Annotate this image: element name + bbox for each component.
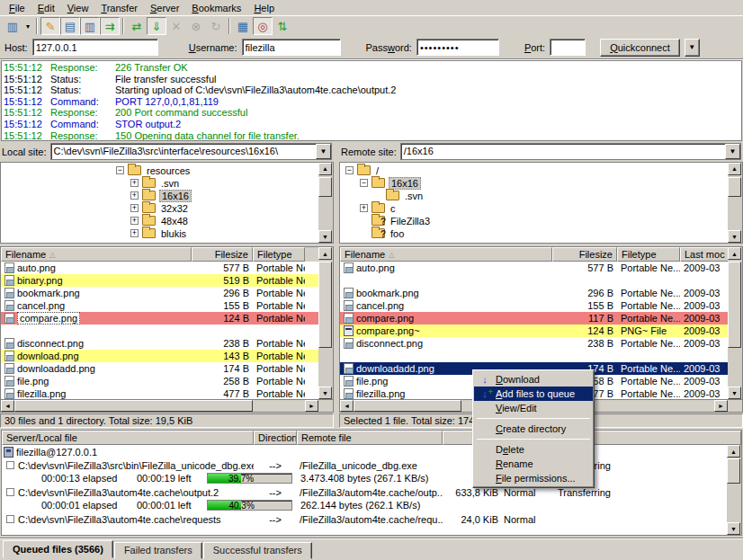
vertical-scrollbar[interactable]: ▲▼	[318, 163, 333, 243]
tab-successful-transfers[interactable]: Successful transfers	[203, 542, 312, 559]
column-header-filename[interactable]: Filename△	[1, 247, 192, 262]
vertical-scrollbar[interactable]: ▲▼	[318, 247, 333, 399]
menu-file[interactable]: File	[3, 2, 31, 14]
file-row-compare-png[interactable]: compare.png~124 BPNG~ File2009-03	[340, 324, 742, 337]
quickconnect-button[interactable]: Quickconnect	[600, 39, 680, 57]
scroll-left-button[interactable]: ◄	[1, 400, 14, 412]
column-header-filesize[interactable]: Filesize	[552, 247, 617, 262]
file-row-bookmark-png[interactable]: bookmark.png296 BPortable Netwo	[1, 287, 333, 299]
scroll-thumb[interactable]	[728, 262, 741, 348]
toggle-remote-tree-button[interactable]: ▥	[80, 17, 100, 35]
expander-icon[interactable]: +	[130, 217, 139, 225]
username-input[interactable]	[242, 39, 341, 56]
context-menu-file-permissions[interactable]: File permissions...	[474, 471, 593, 485]
file-row-disconnect-png[interactable]: disconnect.png238 BPortable Ne...2009-03	[340, 337, 742, 350]
process-queue-button[interactable]: ⇓	[147, 17, 166, 35]
scroll-up-button[interactable]: ▲	[318, 247, 332, 260]
queue-item-checkbox[interactable]	[6, 488, 14, 496]
column-header-filetype[interactable]: Filetype	[253, 247, 305, 262]
expander-icon[interactable]: +	[130, 204, 139, 212]
tree-item-16x16[interactable]: −16x16	[340, 177, 742, 190]
toggle-queue-button[interactable]: ⇉	[100, 17, 120, 35]
context-menu-create-directory[interactable]: Create directory	[474, 422, 593, 436]
context-menu-view-edit[interactable]: View/Edit	[474, 401, 593, 415]
expander-icon[interactable]: +	[130, 191, 139, 200]
tab-queued-files-3566[interactable]: Queued files (3566)	[3, 540, 113, 558]
scroll-up-button[interactable]: ▲	[728, 163, 741, 175]
file-row-downloadadd-png[interactable]: downloadadd.png174 BPortable Netwo	[1, 362, 333, 375]
queue-column-header-remote-file[interactable]: Remote file	[297, 431, 443, 445]
local-path-combo[interactable]: C:\dev\svn\FileZilla3\src\interface\reso…	[50, 143, 332, 160]
password-input[interactable]	[416, 39, 499, 56]
remote-path-combo[interactable]: /16x16 ▼	[400, 143, 741, 160]
scroll-up-button[interactable]: ▲	[727, 445, 740, 458]
scroll-up-button[interactable]: ▲	[728, 247, 741, 260]
context-menu-add-files-to-queue[interactable]: ↓+Add files to queue	[474, 387, 593, 401]
expander-icon[interactable]: +	[130, 179, 139, 187]
menu-edit[interactable]: Edit	[31, 2, 61, 14]
menu-transfer[interactable]: Transfer	[94, 2, 144, 14]
scroll-up-button[interactable]: ▲	[318, 163, 332, 175]
tree-item-blukis[interactable]: +blukis	[1, 227, 333, 240]
menu-view[interactable]: View	[61, 2, 95, 14]
site-manager-dropdown-button[interactable]: ▾	[22, 17, 33, 35]
file-row-compare-png[interactable]: compare.png124 BPortable Netwo	[1, 312, 333, 324]
queue-row[interactable]: C:\dev\svn\FileZilla3\autom4te.cache\req…	[2, 512, 741, 526]
toggle-local-tree-button[interactable]: ▤	[60, 17, 80, 35]
file-row-filezilla-png[interactable]: filezilla.png477 BPortable Netwo	[1, 387, 333, 399]
file-row-compare-png[interactable]: compare.png117 BPortable Ne...2009-03	[340, 312, 742, 324]
horizontal-scrollbar[interactable]: ◄►	[1, 399, 333, 412]
scroll-down-button[interactable]: ▼	[728, 230, 741, 243]
tree-item-32x32[interactable]: +32x32	[1, 202, 333, 215]
toggle-message-log-button[interactable]: ✎	[40, 17, 60, 35]
scroll-down-button[interactable]: ▼	[318, 387, 332, 399]
vertical-scrollbar[interactable]: ▲▼	[728, 163, 742, 243]
file-row-auto-png[interactable]: auto.png577 BPortable Ne...2009-03	[340, 262, 742, 274]
port-input[interactable]	[550, 39, 586, 56]
file-row-cancel-png[interactable]: cancel.png155 BPortable Netwo	[1, 299, 333, 312]
local-path-dropdown-button[interactable]: ▼	[316, 144, 331, 159]
tree-item-16x16[interactable]: +16x16	[1, 190, 333, 202]
queue-item-checkbox[interactable]	[6, 515, 14, 523]
tree-item-svn[interactable]: .svn	[340, 190, 742, 202]
tree-item-c[interactable]: +c	[340, 202, 742, 215]
comparison-button[interactable]: ◎	[253, 17, 273, 35]
column-header-filename[interactable]: Filename△	[340, 247, 552, 262]
file-row-bookmark-png[interactable]: bookmark.png296 BPortable Ne...2009-03	[340, 287, 742, 299]
expander-icon[interactable]: −	[345, 166, 354, 174]
scroll-thumb[interactable]	[318, 262, 332, 348]
vertical-scrollbar[interactable]: ▲▼	[728, 247, 742, 399]
queue-row[interactable]: C:\dev\svn\FileZilla3\autom4te.cache\out…	[2, 485, 741, 499]
scroll-left-button[interactable]: ◄	[340, 400, 354, 412]
scroll-right-button[interactable]: ►	[714, 400, 728, 412]
queue-progress-row[interactable]: 00:00:13 elapsed00:00:19 left39.7%3.473.…	[2, 472, 741, 485]
queue-progress-row[interactable]: 00:00:01 elapsed00:00:01 left40.3%262.14…	[2, 499, 741, 512]
queue-row[interactable]: C:\dev\svn\FileZilla3\src\bin\FileZilla_…	[2, 458, 741, 472]
scroll-thumb[interactable]	[14, 400, 253, 412]
queue-column-header-server-local-file[interactable]: Server/Local file	[2, 431, 254, 445]
scroll-thumb[interactable]	[727, 458, 740, 484]
scroll-thumb[interactable]	[354, 400, 461, 412]
tree-item-foo[interactable]: ?foo	[340, 227, 742, 240]
file-row-auto-png[interactable]: auto.png577 BPortable Netwo	[1, 262, 333, 274]
scroll-thumb[interactable]	[728, 177, 741, 197]
column-header-filesize[interactable]: Filesize	[192, 247, 253, 262]
file-row-cancel-png[interactable]: cancel.png155 BPortable Ne...2009-03	[340, 299, 742, 312]
host-input[interactable]	[32, 39, 158, 56]
filter-button[interactable]: ▦	[233, 17, 253, 35]
tree-item-resources[interactable]: −resources	[1, 164, 333, 177]
file-row-disconnect-png[interactable]: disconnect.png238 BPortable Netwo	[1, 337, 333, 350]
file-row-file-png[interactable]: file.png258 BPortable Netwo	[1, 375, 333, 387]
remote-path-dropdown-button[interactable]: ▼	[725, 144, 740, 159]
queue-row[interactable]: filezilla@127.0.0.1	[2, 445, 741, 458]
scroll-down-button[interactable]: ▼	[318, 230, 332, 243]
scroll-thumb[interactable]	[318, 177, 332, 197]
scroll-down-button[interactable]: ▼	[727, 522, 740, 535]
expander-icon[interactable]: −	[116, 166, 124, 174]
sync-browsing-button[interactable]: ⇅	[273, 17, 292, 35]
tree-item-item[interactable]: −/	[340, 164, 742, 177]
file-row-binary-png[interactable]: binary.png519 BPortable Netwo	[1, 274, 333, 287]
column-header-filetype[interactable]: Filetype	[617, 247, 680, 262]
site-manager-button[interactable]: ▥	[3, 17, 22, 35]
context-menu-rename[interactable]: Rename	[474, 457, 593, 471]
